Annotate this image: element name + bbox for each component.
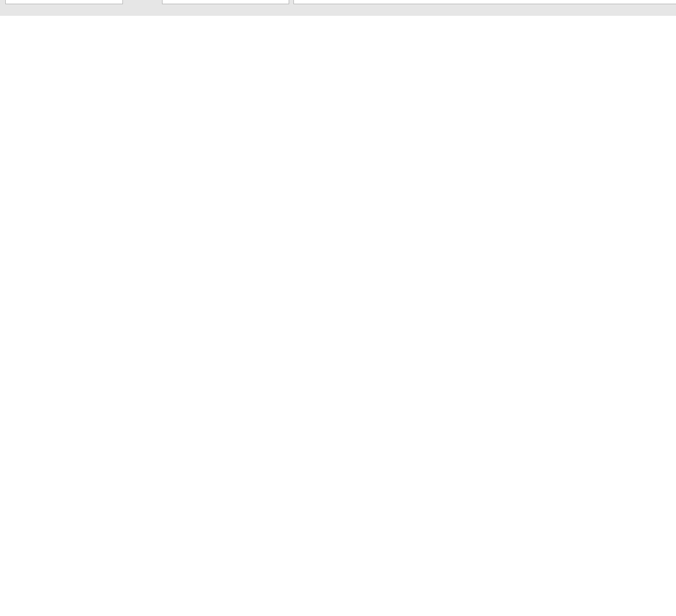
formula-bar-strip xyxy=(0,0,676,16)
excel-worksheet xyxy=(0,0,676,616)
name-box[interactable] xyxy=(5,0,123,4)
formula-bar-left-box[interactable] xyxy=(162,0,289,4)
formula-bar[interactable] xyxy=(293,0,676,4)
